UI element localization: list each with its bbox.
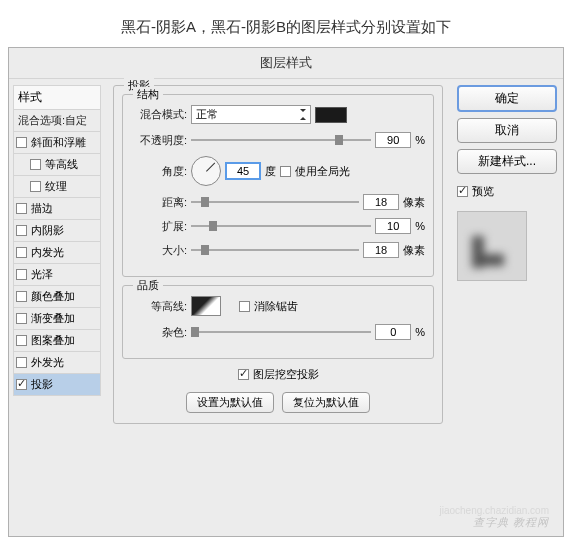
styles-sidebar: 样式 混合选项:自定 斜面和浮雕等高线纹理描边内阴影内发光光泽颜色叠加渐变叠加图…	[9, 79, 105, 534]
knockout-label: 图层挖空投影	[253, 367, 319, 382]
blend-mode-select[interactable]: 正常	[191, 105, 311, 124]
sidebar-item-4[interactable]: 内阴影	[13, 220, 101, 242]
sidebar-item-10[interactable]: 外发光	[13, 352, 101, 374]
sidebar-checkbox-5[interactable]	[16, 247, 27, 258]
contour-label: 等高线:	[131, 299, 187, 314]
spread-slider[interactable]	[191, 219, 371, 233]
reset-default-button[interactable]: 复位为默认值	[282, 392, 370, 413]
noise-input[interactable]: 0	[375, 324, 411, 340]
styles-header[interactable]: 样式	[13, 85, 101, 110]
size-input[interactable]: 18	[363, 242, 399, 258]
distance-input[interactable]: 18	[363, 194, 399, 210]
make-default-button[interactable]: 设置为默认值	[186, 392, 274, 413]
blend-mode-label: 混合模式:	[131, 107, 187, 122]
sidebar-checkbox-6[interactable]	[16, 269, 27, 280]
sidebar-label-10: 外发光	[31, 355, 64, 370]
antialias-label: 消除锯齿	[254, 299, 298, 314]
distance-unit: 像素	[403, 195, 425, 210]
opacity-unit: %	[415, 134, 425, 146]
preview-checkbox[interactable]	[457, 186, 468, 197]
drop-shadow-section: 投影 结构 混合模式: 正常 不透明度: 90 %	[113, 85, 443, 424]
color-swatch[interactable]	[315, 107, 347, 123]
angle-unit: 度	[265, 164, 276, 179]
sidebar-item-9[interactable]: 图案叠加	[13, 330, 101, 352]
sidebar-label-8: 渐变叠加	[31, 311, 75, 326]
opacity-slider[interactable]	[191, 133, 371, 147]
sidebar-checkbox-8[interactable]	[16, 313, 27, 324]
sidebar-item-2[interactable]: 纹理	[13, 176, 101, 198]
structure-title: 结构	[133, 87, 163, 102]
sidebar-checkbox-10[interactable]	[16, 357, 27, 368]
spread-input[interactable]: 10	[375, 218, 411, 234]
sidebar-label-4: 内阴影	[31, 223, 64, 238]
angle-label: 角度:	[131, 164, 187, 179]
contour-picker[interactable]	[191, 296, 221, 316]
knockout-checkbox[interactable]	[238, 369, 249, 380]
sidebar-checkbox-4[interactable]	[16, 225, 27, 236]
sidebar-label-3: 描边	[31, 201, 53, 216]
structure-group: 结构 混合模式: 正常 不透明度: 90 % 角度:	[122, 94, 434, 277]
antialias-checkbox[interactable]	[239, 301, 250, 312]
angle-input[interactable]: 45	[225, 162, 261, 180]
quality-group: 品质 等高线: 消除锯齿 杂色: 0 %	[122, 285, 434, 359]
sidebar-checkbox-11[interactable]	[16, 379, 27, 390]
right-panel: 确定 取消 新建样式... 预览	[451, 79, 563, 534]
preview-box	[457, 211, 527, 281]
watermark: 查字典 教程网	[473, 515, 549, 530]
sidebar-item-1[interactable]: 等高线	[13, 154, 101, 176]
ok-button[interactable]: 确定	[457, 85, 557, 112]
sidebar-label-6: 光泽	[31, 267, 53, 282]
cancel-button[interactable]: 取消	[457, 118, 557, 143]
sidebar-checkbox-0[interactable]	[16, 137, 27, 148]
sidebar-item-11[interactable]: 投影	[13, 374, 101, 396]
sidebar-checkbox-3[interactable]	[16, 203, 27, 214]
noise-slider[interactable]	[191, 325, 371, 339]
sidebar-item-3[interactable]: 描边	[13, 198, 101, 220]
size-label: 大小:	[131, 243, 187, 258]
sidebar-item-0[interactable]: 斜面和浮雕	[13, 132, 101, 154]
sidebar-item-8[interactable]: 渐变叠加	[13, 308, 101, 330]
sidebar-checkbox-7[interactable]	[16, 291, 27, 302]
angle-dial[interactable]	[191, 156, 221, 186]
opacity-label: 不透明度:	[131, 133, 187, 148]
layer-style-dialog: 图层样式 样式 混合选项:自定 斜面和浮雕等高线纹理描边内阴影内发光光泽颜色叠加…	[8, 47, 564, 537]
sidebar-label-9: 图案叠加	[31, 333, 75, 348]
global-light-label: 使用全局光	[295, 164, 350, 179]
main-panel: 投影 结构 混合模式: 正常 不透明度: 90 %	[105, 79, 451, 534]
noise-label: 杂色:	[131, 325, 187, 340]
sidebar-label-5: 内发光	[31, 245, 64, 260]
spread-label: 扩展:	[131, 219, 187, 234]
blend-options[interactable]: 混合选项:自定	[13, 110, 101, 132]
new-style-button[interactable]: 新建样式...	[457, 149, 557, 174]
preview-label: 预览	[472, 184, 494, 199]
distance-slider[interactable]	[191, 195, 359, 209]
sidebar-label-0: 斜面和浮雕	[31, 135, 86, 150]
sidebar-checkbox-9[interactable]	[16, 335, 27, 346]
sidebar-item-6[interactable]: 光泽	[13, 264, 101, 286]
sidebar-label-1: 等高线	[45, 157, 78, 172]
sidebar-checkbox-2[interactable]	[30, 181, 41, 192]
sidebar-label-2: 纹理	[45, 179, 67, 194]
sidebar-label-11: 投影	[31, 377, 53, 392]
size-slider[interactable]	[191, 243, 359, 257]
dialog-title: 图层样式	[9, 48, 563, 79]
spread-unit: %	[415, 220, 425, 232]
global-light-checkbox[interactable]	[280, 166, 291, 177]
sidebar-item-5[interactable]: 内发光	[13, 242, 101, 264]
sidebar-item-7[interactable]: 颜色叠加	[13, 286, 101, 308]
size-unit: 像素	[403, 243, 425, 258]
sidebar-label-7: 颜色叠加	[31, 289, 75, 304]
sidebar-checkbox-1[interactable]	[30, 159, 41, 170]
distance-label: 距离:	[131, 195, 187, 210]
quality-title: 品质	[133, 278, 163, 293]
noise-unit: %	[415, 326, 425, 338]
opacity-input[interactable]: 90	[375, 132, 411, 148]
header-text: 黑石-阴影A，黑石-阴影B的图层样式分别设置如下	[0, 0, 572, 47]
